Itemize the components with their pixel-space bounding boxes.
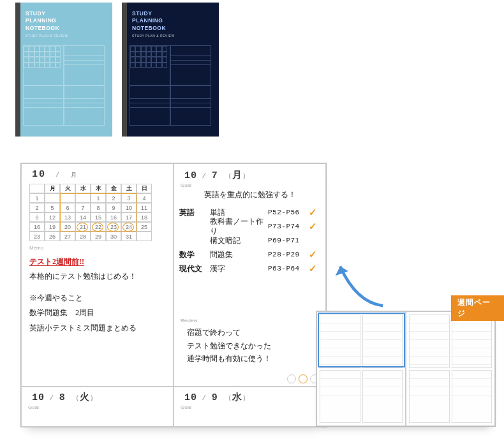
goal-label: Goal [28,404,173,410]
day-header: 10 / 9 （水） [174,387,325,404]
task-item: 漢字 [210,264,268,274]
calendar-day: 18 [137,212,152,222]
memo-body: テスト2週間前!! 本格的にテスト勉強はじめる！ ※今週やること 数学問題集 2… [29,255,165,336]
task-pages: P28-P29 [268,251,309,258]
calendar-day: 11 [137,203,152,212]
cover-preview [23,45,105,126]
calendar-day: 5 [45,203,60,212]
goal-label: Goal [181,404,325,410]
goal-label: Goal [181,182,325,188]
check-icon: ✓ [309,207,320,218]
calendar-day: 1 [29,193,45,203]
calendar-day: 30 [106,232,121,241]
calendar-day: 9 [106,203,121,212]
calendar-day [60,193,75,203]
day-month: 10 [184,170,197,181]
calendar-day [137,232,152,241]
calendar-day: 16 [106,212,121,222]
calendar-day: 2 [106,193,121,203]
calendar-day: 6 [60,203,75,212]
cover-spine [122,3,127,137]
check-icon: ✓ [309,221,320,232]
review-line: テスト勉強できなかった [187,339,318,353]
task-row: 数学問題集P28-P29✓ [179,248,320,262]
calendar-day: 3 [121,193,137,203]
calendar-day: 4 [137,193,152,203]
mood-faces [287,374,319,383]
calendar-day: 10 [121,203,137,212]
calendar-day: 7 [75,203,91,212]
calendar-day: 9 [29,212,45,222]
calendar-weekday: 月 [45,184,60,193]
check-icon: ✓ [309,249,320,260]
month-calendar: 月火水木金土日112342567891011912131415161718161… [29,184,165,241]
calendar-day: 19 [45,222,60,232]
notebook-cover-blue: STUDY PLANNiNG NOTEBOOK STUDY PLAN & REV… [15,3,112,137]
day-date: 8 [59,392,66,403]
month-number: 10 [32,169,46,180]
day-date: 7 [212,170,218,181]
calendar-day: 27 [60,232,75,241]
day-weekday: 月 [232,170,242,181]
task-row: 教科書ノート作りP73-P74✓ [179,219,320,233]
calendar-day: 14 [75,212,91,222]
face-icon-selected [299,374,308,383]
calendar-day: 20 [60,222,75,232]
task-subject: 英語 [179,208,210,218]
cover-spine [15,3,20,137]
panel-month: 10 / 月 月火水木金土日11234256789101191213141516… [21,163,174,387]
month-header: 10 / 月 [22,164,173,182]
calendar-day: 16 [29,222,45,232]
task-item: 単語 [210,208,268,218]
calendar-day: 21 [75,222,91,232]
calendar-day: 23 [29,232,45,241]
task-pages: P63-P64 [268,265,309,272]
task-item: 教科書ノート作り [210,217,268,236]
goal-text: 英語を重点的に勉強する！ [174,189,325,200]
calendar-day: 17 [121,212,137,222]
calendar-day: 22 [91,222,106,232]
task-pages: P73-P74 [268,223,309,230]
cover-subtitle: STUDY PLAN & REVIEW [26,34,112,38]
day-date: 9 [212,392,218,403]
task-subject: 現代文 [179,264,210,274]
cover-subtitle: STUDY PLAN & REVIEW [132,34,219,38]
day-header: 10 / 8 （火） [22,387,173,404]
day-weekday: 火 [80,392,90,403]
planner-spread: 10 / 月 月火水木金土日11234256789101191213141516… [20,163,327,427]
calendar-weekday [29,184,45,193]
task-item: 構文暗記 [210,236,268,246]
calendar-day: 2 [29,203,45,212]
day-weekday: 水 [232,392,242,403]
memo-line: ※今週やること [29,291,165,306]
cover-preview [130,45,211,126]
day-month: 10 [184,392,197,403]
calendar-day [45,193,60,203]
memo-highlight: テスト2週間前!! [29,257,84,266]
calendar-day: 8 [91,203,106,212]
task-row: 現代文漢字P63-P64✓ [179,262,320,276]
task-list: 英語単語P52-P56✓教科書ノート作りP73-P74✓構文暗記P69-P71数… [179,205,320,276]
calendar-day: 28 [75,232,91,241]
preview-page-left [316,311,406,426]
calendar-day: 15 [91,212,106,222]
calendar-day: 24 [121,222,137,232]
memo-label: Memo [29,245,173,251]
calendar-weekday: 土 [121,184,137,193]
preview-page-right [406,311,495,426]
task-subject: 数学 [179,250,210,260]
review-body: 宿題で終わって テスト勉強できなかった 通学時間も有効に使う！ [187,326,318,366]
notebook-cover-navy: STUDY PLANNiNG NOTEBOOK STUDY PLAN & REV… [122,3,219,137]
notebook-covers: STUDY PLANNiNG NOTEBOOK STUDY PLAN & REV… [15,3,219,137]
panel-day: 10 / 7 （月） Goal 英語を重点的に勉強する！ 英語単語P52-P56… [174,163,326,387]
callout-arrow [333,255,392,315]
review-label: Review [181,318,325,323]
calendar-day: 12 [45,212,60,222]
task-pages: P69-P71 [268,237,309,244]
panel-day-stub-1: 10 / 8 （火） Goal [21,387,174,427]
day-month: 10 [32,392,45,403]
calendar-weekday: 金 [106,184,121,193]
calendar-day: 26 [45,232,60,241]
face-icon [287,374,296,383]
calendar-day: 31 [121,232,137,241]
